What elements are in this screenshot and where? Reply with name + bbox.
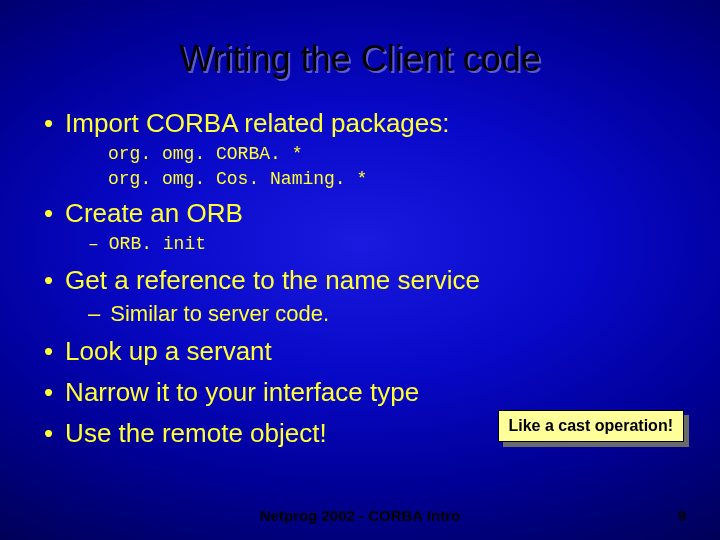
- page-number: 9: [678, 507, 686, 524]
- bullet-list: Get a reference to the name service: [44, 263, 676, 298]
- bullet-list: Import CORBA related packages:: [44, 106, 676, 141]
- bullet-item: Create an ORB: [44, 196, 676, 231]
- sub-bullet-item: Similar to server code.: [88, 300, 676, 329]
- slide: Writing the Client code Import CORBA rel…: [0, 0, 720, 540]
- code-line: org. omg. CORBA. *: [108, 143, 676, 166]
- bullet-list: Create an ORB: [44, 196, 676, 231]
- bullet-item: Narrow it to your interface type: [44, 375, 676, 410]
- sub-bullet-list: Similar to server code.: [44, 300, 676, 329]
- callout-text: Like a cast operation!: [498, 410, 685, 442]
- bullet-item: Get a reference to the name service: [44, 263, 676, 298]
- bullet-item: Look up a servant: [44, 334, 676, 369]
- slide-title: Writing the Client code: [0, 0, 720, 88]
- code-line: org. omg. Cos. Naming. *: [108, 168, 676, 191]
- sub-bullet-list: ORB. init: [44, 233, 676, 256]
- callout-box: Like a cast operation!: [498, 410, 685, 442]
- footer-text: Netprog 2002 - CORBA Intro: [0, 507, 720, 524]
- slide-content: Import CORBA related packages: org. omg.…: [0, 88, 720, 452]
- sub-bullet-item: ORB. init: [88, 233, 676, 256]
- bullet-item: Import CORBA related packages:: [44, 106, 676, 141]
